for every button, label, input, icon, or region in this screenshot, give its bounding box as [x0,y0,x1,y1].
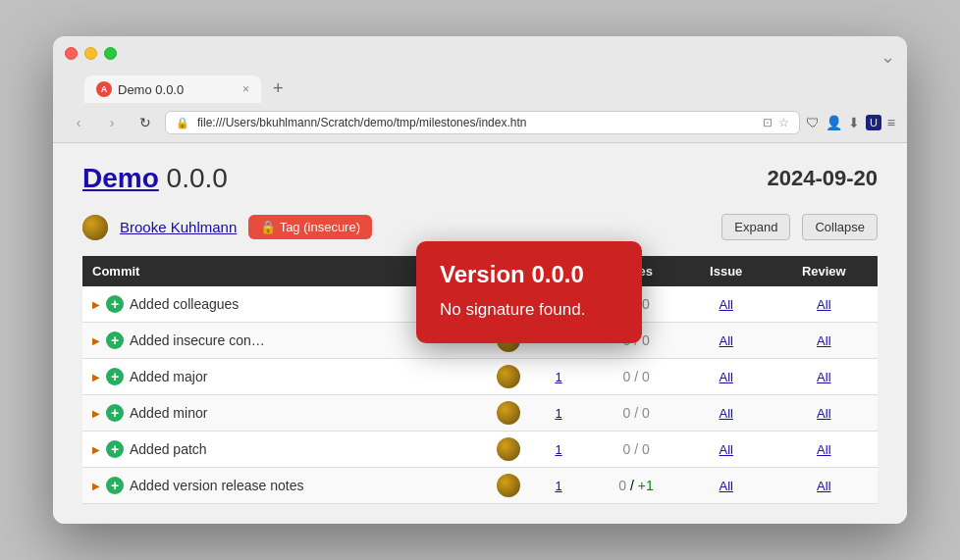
lines-cell: 0 / +1 [590,468,682,504]
expand-button[interactable]: Expand [721,214,790,240]
issue-cell: All [682,432,771,468]
menu-icon[interactable]: ≡ [887,115,895,130]
commit-name: Added colleagues [130,296,239,312]
row-controls: ▶ + Added colleagues [92,295,462,313]
browser-actions: 🛡 👤 ⬇ U ≡ [806,115,895,130]
row-controls: ▶ + Added minor [92,404,462,422]
download-icon[interactable]: ⬇ [848,115,860,130]
avatar-image [82,215,108,240]
traffic-lights [65,47,117,60]
shields-icon[interactable]: 🛡 [806,115,820,130]
page-content: Demo 0.0.0 2024-09-20 Brooke Kuhlmann 🔒 … [53,143,907,524]
review-all-link[interactable]: All [817,297,830,312]
issue-cell: All [682,286,771,323]
plus-icon: + [106,295,124,313]
issue-all-link[interactable]: All [720,479,733,493]
lines-cell: 0 / 0 [590,359,682,395]
expand-row-icon[interactable]: ▶ [92,372,100,382]
table-row: ▶ + Added major 1 0 / 0 All All [82,359,878,395]
issue-num-cell: 1 [545,395,590,432]
issue-num-link[interactable]: 1 [555,442,561,457]
commit-cell: ▶ + Added minor [82,395,472,432]
forward-button[interactable]: › [98,109,126,136]
issue-num-cell: 1 [545,432,590,468]
expand-row-icon[interactable]: ▶ [92,444,100,455]
minimize-traffic-light[interactable] [84,47,97,60]
expand-row-icon[interactable]: ▶ [92,481,100,491]
issue-cell: All [682,468,771,504]
plus-icon: + [106,404,124,422]
issue-all-link[interactable]: All [720,297,733,312]
nav-bar: ‹ › ↻ 🔒 file:///Users/bkuhlmann/Scratch/… [53,103,907,143]
issue-num-cell: 1 [545,359,590,395]
window-collapse-icon[interactable]: ⌄ [880,46,895,68]
commit-name: Added version release notes [130,478,303,493]
profile-icon[interactable]: 👤 [826,115,842,130]
tab-favicon: A [96,81,112,97]
reader-mode-icon[interactable]: ⊡ [763,116,773,129]
row-controls: ▶ + Added patch [92,440,462,458]
review-cell: All [771,359,878,395]
review-cell: All [771,323,878,359]
new-tab-button[interactable]: + [265,74,292,103]
author-avatar [497,474,520,497]
demo-link[interactable]: Demo [82,163,159,193]
tab-title: Demo 0.0.0 [118,82,237,97]
review-all-link[interactable]: All [817,442,830,457]
issue-num-link[interactable]: 1 [555,479,561,493]
expand-row-icon[interactable]: ▶ [92,299,100,310]
tab-close-button[interactable]: × [242,82,249,96]
review-cell: All [771,395,878,432]
browser-chrome: ⌄ A Demo 0.0.0 × + [53,36,907,103]
review-all-link[interactable]: All [817,479,830,493]
tab-bar: A Demo 0.0.0 × + [84,74,292,103]
review-cell: All [771,286,878,323]
issue-all-link[interactable]: All [720,333,733,348]
collapse-button[interactable]: Collapse [802,214,878,240]
expand-row-icon[interactable]: ▶ [92,335,100,346]
user-avatar [82,215,108,240]
back-button[interactable]: ‹ [65,109,92,136]
bookmark-icon[interactable]: ☆ [778,116,789,129]
version-popup-overlay: Version 0.0.0 No signature found. [416,241,642,343]
commit-cell: ▶ + Added patch [82,432,472,468]
browser-window: ⌄ A Demo 0.0.0 × + ‹ › ↻ 🔒 file:///Users… [53,36,907,524]
review-all-link[interactable]: All [817,370,830,384]
row-controls: ▶ + Added major [92,368,462,385]
plus-icon: + [106,440,124,458]
commit-name: Added major [130,369,207,384]
tag-insecure-button[interactable]: 🔒 Tag (insecure) [248,215,372,239]
maximize-traffic-light[interactable] [104,47,117,60]
commit-name: Added minor [130,405,207,421]
expand-row-icon[interactable]: ▶ [92,408,100,419]
issue-num-cell: 1 [545,468,590,504]
lines-cell: 0 / 0 [590,395,682,432]
issue-all-link[interactable]: All [720,442,733,457]
popup-message: No signature found. [440,300,618,320]
issue-all-link[interactable]: All [720,406,733,421]
review-all-link[interactable]: All [817,406,830,421]
review-cell: All [771,468,878,504]
issue-all-link[interactable]: All [720,370,733,384]
user-actions-row: Brooke Kuhlmann 🔒 Tag (insecure) Expand … [82,214,878,240]
issue-num-link[interactable]: 1 [555,370,561,384]
plus-icon: + [106,331,124,349]
close-traffic-light[interactable] [65,47,78,60]
user-name-link[interactable]: Brooke Kuhlmann [120,219,237,235]
reload-button[interactable]: ↻ [132,109,159,136]
popup-version: Version 0.0.0 [440,261,618,288]
extension-icon[interactable]: U [866,115,881,130]
address-bar[interactable]: 🔒 file:///Users/bkuhlmann/Scratch/demo/t… [165,111,800,134]
issue-cell: All [682,395,771,432]
page-date: 2024-09-20 [767,166,878,191]
author-cell [472,432,545,468]
address-icons: ⊡ ☆ [763,116,789,129]
review-all-link[interactable]: All [817,333,830,348]
version-popup-card: Version 0.0.0 No signature found. [416,241,642,343]
issue-num-link[interactable]: 1 [555,406,561,421]
col-issue: Issue [682,256,771,286]
page-header: Demo 0.0.0 2024-09-20 [82,163,878,194]
plus-icon: + [106,368,124,385]
active-tab[interactable]: A Demo 0.0.0 × [84,76,261,103]
author-cell [472,359,545,395]
